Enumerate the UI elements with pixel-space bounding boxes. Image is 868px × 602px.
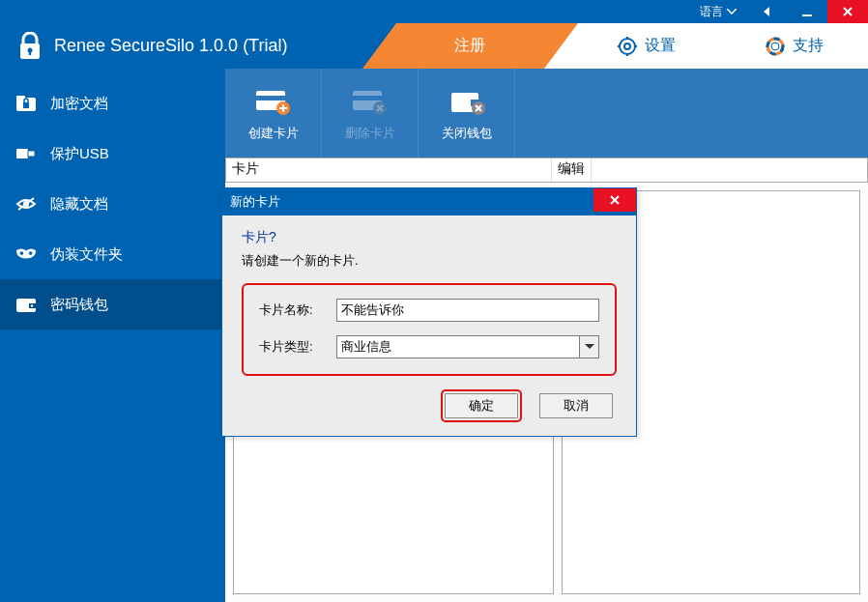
card-name-input[interactable] [336, 299, 599, 322]
tab-register-label: 注册 [454, 36, 485, 56]
folder-lock-icon [15, 95, 37, 112]
sidebar-item-disguise-folder[interactable]: 伪装文件夹 [0, 229, 225, 279]
triangle-left-icon [760, 5, 773, 18]
close-wallet-label: 关闭钱包 [442, 125, 492, 142]
window-top-bar: 语言 [0, 0, 868, 23]
svg-rect-16 [16, 149, 28, 158]
dialog-subtext: 请创建一个新的卡片. [242, 252, 617, 270]
header-tabs: 注册 设置 支持 [396, 23, 868, 69]
mask-icon [15, 247, 37, 261]
column-headers: 卡片 编辑 [225, 158, 868, 183]
minimize-icon [800, 5, 814, 18]
dialog-title: 新的卡片 [230, 193, 280, 211]
close-button[interactable] [827, 0, 868, 23]
usb-icon [15, 146, 37, 161]
tab-support[interactable]: 支持 [720, 23, 868, 69]
sidebar-item-hide-docs[interactable]: 隐藏文档 [0, 179, 225, 229]
dialog-close-button[interactable] [593, 188, 636, 212]
lifebuoy-icon [766, 37, 785, 56]
sidebar-item-encrypt-docs[interactable]: 加密文档 [0, 78, 225, 129]
cancel-button[interactable]: 取消 [539, 393, 613, 418]
back-button[interactable] [746, 0, 787, 23]
create-card-button[interactable]: 创建卡片 [225, 69, 322, 158]
svg-rect-15 [23, 102, 29, 108]
delete-card-label: 删除卡片 [345, 125, 395, 142]
svg-rect-3 [29, 50, 31, 55]
close-icon [609, 194, 621, 206]
sidebar: 加密文档 保护USB 隐藏文档 伪装文件夹 密码钱包 [0, 69, 225, 602]
card-delete-icon [351, 84, 390, 119]
language-label: 语言 [700, 4, 723, 20]
svg-rect-27 [256, 96, 285, 100]
dialog-form: 卡片名称: 卡片类型: [242, 283, 617, 376]
card-type-row: 卡片类型: [259, 335, 599, 358]
column-card[interactable]: 卡片 [226, 158, 552, 182]
language-menu[interactable]: 语言 [690, 0, 746, 23]
eye-off-icon [15, 196, 37, 212]
card-type-label: 卡片类型: [259, 338, 336, 356]
close-icon [841, 5, 854, 18]
sidebar-item-protect-usb[interactable]: 保护USB [0, 129, 225, 179]
sidebar-item-label: 伪装文件夹 [50, 245, 123, 264]
card-type-value[interactable] [336, 335, 599, 358]
dialog-button-row: 确定 取消 [242, 393, 617, 418]
ok-button[interactable]: 确定 [445, 393, 518, 418]
sidebar-item-label: 隐藏文档 [50, 195, 108, 214]
tab-register[interactable]: 注册 [396, 23, 544, 69]
card-add-icon [254, 84, 293, 119]
tab-support-label: 支持 [793, 36, 824, 56]
svg-rect-0 [802, 14, 812, 16]
app-title: Renee SecureSilo 1.0.0 (Trial) [54, 36, 287, 56]
sidebar-item-label: 保护USB [50, 145, 109, 163]
chevron-down-icon [727, 9, 737, 14]
svg-point-22 [29, 251, 33, 255]
header: Renee SecureSilo 1.0.0 (Trial) 注册 设置 支持 [0, 23, 868, 69]
sidebar-item-label: 加密文档 [50, 95, 108, 113]
sidebar-item-label: 密码钱包 [50, 296, 108, 314]
svg-point-4 [620, 39, 635, 54]
close-wallet-button[interactable]: 关闭钱包 [419, 69, 515, 158]
svg-point-21 [20, 251, 24, 255]
dialog-heading: 卡片? [242, 229, 617, 246]
svg-point-12 [771, 43, 779, 50]
column-edit[interactable]: 编辑 [552, 158, 592, 182]
create-card-label: 创建卡片 [248, 125, 299, 142]
dialog-body: 卡片? 请创建一个新的卡片. 卡片名称: 卡片类型: 确定 取消 [222, 215, 636, 436]
wallet-close-icon [448, 84, 486, 119]
wallet-icon [15, 296, 37, 313]
lock-icon [17, 32, 43, 61]
tab-settings-label: 设置 [645, 36, 676, 56]
sidebar-item-password-wallet[interactable]: 密码钱包 [0, 279, 225, 330]
card-type-select[interactable] [336, 335, 599, 358]
app-brand: Renee SecureSilo 1.0.0 (Trial) [0, 23, 396, 69]
dialog-title-bar[interactable]: 新的卡片 [222, 188, 636, 215]
card-name-row: 卡片名称: [259, 299, 599, 322]
minimize-button[interactable] [787, 0, 827, 23]
svg-point-25 [31, 304, 33, 306]
svg-rect-30 [353, 96, 382, 100]
delete-card-button: 删除卡片 [322, 69, 419, 158]
card-name-label: 卡片名称: [259, 301, 336, 319]
svg-point-5 [624, 43, 630, 49]
svg-rect-17 [28, 151, 35, 157]
gear-icon [618, 37, 637, 56]
toolbar: 创建卡片 删除卡片 关闭钱包 [225, 69, 868, 158]
chevron-down-icon[interactable] [579, 336, 598, 358]
new-card-dialog: 新的卡片 卡片? 请创建一个新的卡片. 卡片名称: 卡片类型: [221, 187, 637, 437]
